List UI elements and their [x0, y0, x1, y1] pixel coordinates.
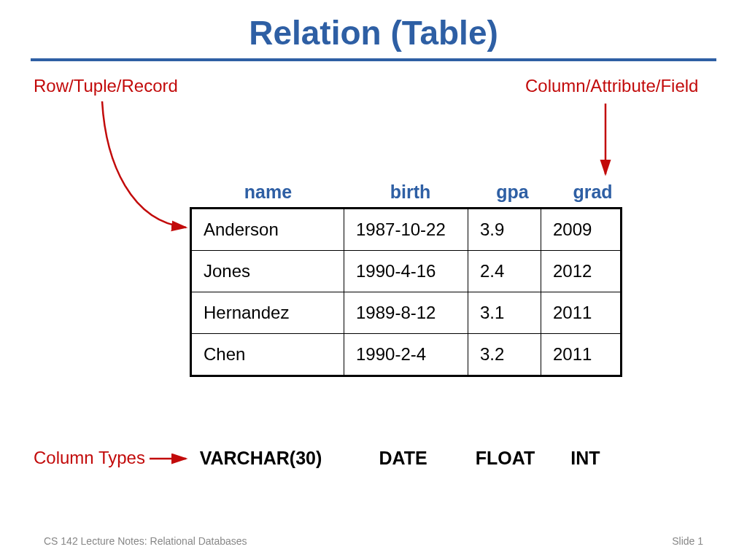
- footer-left: CS 142 Lecture Notes: Relational Databas…: [44, 535, 247, 547]
- table-row: Jones 1990-4-16 2.4 2012: [191, 251, 622, 292]
- cell-name: Anderson: [191, 209, 344, 251]
- slide-title: Relation (Table): [0, 0, 747, 52]
- cell-name: Hernandez: [191, 292, 344, 334]
- header-gpa: gpa: [474, 182, 551, 203]
- cell-grad: 2009: [541, 209, 622, 251]
- cell-gpa: 3.9: [468, 209, 541, 251]
- cell-grad: 2012: [541, 251, 622, 292]
- cell-birth: 1987-10-22: [344, 209, 468, 251]
- slide-body: Row/Tuple/Record Column/Attribute/Field …: [0, 61, 747, 528]
- annotation-column: Column/Attribute/Field: [525, 76, 698, 96]
- type-name: VARCHAR(30): [182, 448, 339, 469]
- cell-gpa: 3.2: [468, 334, 541, 376]
- table-row: Anderson 1987-10-22 3.9 2009: [191, 209, 622, 251]
- header-name: name: [190, 182, 347, 203]
- cell-birth: 1989-8-12: [344, 292, 468, 334]
- annotation-column-types: Column Types: [34, 448, 145, 468]
- header-birth: birth: [347, 182, 474, 203]
- table-row: Hernandez 1989-8-12 3.1 2011: [191, 292, 622, 334]
- column-types-row: VARCHAR(30) DATE FLOAT INT: [182, 448, 627, 469]
- header-grad: grad: [551, 182, 635, 203]
- cell-name: Chen: [191, 334, 344, 376]
- type-birth: DATE: [339, 448, 467, 469]
- type-gpa: FLOAT: [467, 448, 543, 469]
- cell-gpa: 3.1: [468, 292, 541, 334]
- annotation-row: Row/Tuple/Record: [34, 76, 178, 96]
- slide-footer: CS 142 Lecture Notes: Relational Databas…: [0, 535, 747, 547]
- column-headers: name birth gpa grad: [190, 182, 635, 203]
- table-row: Chen 1990-2-4 3.2 2011: [191, 334, 622, 376]
- cell-birth: 1990-4-16: [344, 251, 468, 292]
- cell-birth: 1990-2-4: [344, 334, 468, 376]
- type-grad: INT: [543, 448, 627, 469]
- relation-table: Anderson 1987-10-22 3.9 2009 Jones 1990-…: [190, 207, 622, 377]
- cell-grad: 2011: [541, 292, 622, 334]
- cell-gpa: 2.4: [468, 251, 541, 292]
- cell-grad: 2011: [541, 334, 622, 376]
- cell-name: Jones: [191, 251, 344, 292]
- footer-right: Slide 1: [672, 535, 703, 547]
